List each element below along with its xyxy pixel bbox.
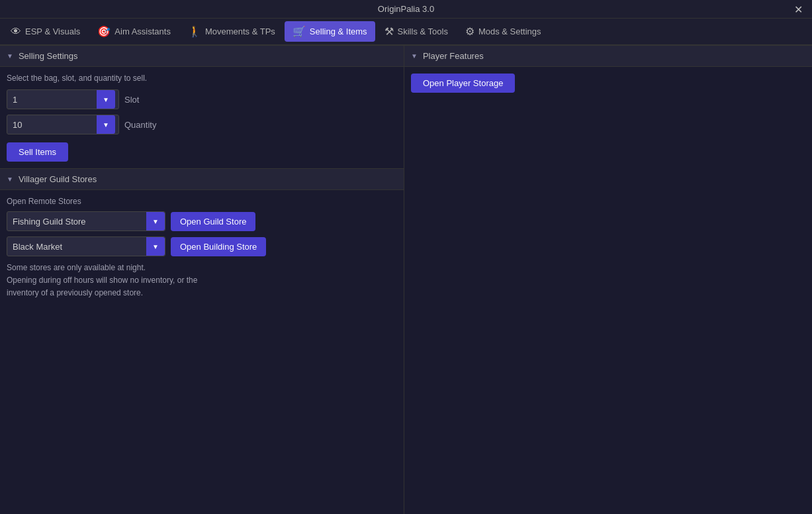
black-market-row: Black Market ▼ Open Building Store <box>7 236 397 256</box>
nav-movements-tps[interactable]: 🚶 Movements & TPs <box>180 21 283 42</box>
night-note-line1: Some stores are only available at night. <box>7 262 397 274</box>
open-building-store-button[interactable]: Open Building Store <box>171 237 266 256</box>
nav-esp-visuals[interactable]: 👁 ESP & Visuals <box>3 22 88 42</box>
movement-icon: 🚶 <box>188 25 201 38</box>
quantity-input-wrapper: ▼ <box>7 115 119 134</box>
open-player-storage-button[interactable]: Open Player Storage <box>411 74 515 93</box>
nav-aim-assistants[interactable]: 🎯 Aim Assistants <box>89 21 179 42</box>
nav-label-skills: Skills & Tools <box>398 26 448 36</box>
chevron-player-icon: ▼ <box>411 52 418 60</box>
sell-items-button[interactable]: Sell Items <box>7 142 68 162</box>
slot-row: ▼ Slot <box>7 89 397 109</box>
eye-icon: 👁 <box>11 26 21 38</box>
fishing-guild-name: Fishing Guild Store <box>7 214 146 229</box>
nav-label-movements: Movements & TPs <box>205 26 275 36</box>
villager-guild-label: Villager Guild Stores <box>19 174 97 184</box>
quantity-input[interactable] <box>7 117 97 132</box>
gear-icon: ⚙ <box>465 25 474 38</box>
left-panel: ▼ Selling Settings Select the bag, slot,… <box>0 45 404 514</box>
black-market-select: Black Market ▼ <box>7 236 165 256</box>
open-guild-store-button[interactable]: Open Guild Store <box>171 212 255 231</box>
night-note-line3: inventory of a previously opened store. <box>7 287 397 299</box>
selling-settings-header: ▼ Selling Settings <box>0 45 404 67</box>
black-market-dropdown[interactable]: ▼ <box>146 237 165 256</box>
fishing-guild-select: Fishing Guild Store ▼ <box>7 211 165 231</box>
aim-icon: 🎯 <box>97 25 111 38</box>
nav-bar: 👁 ESP & Visuals 🎯 Aim Assistants 🚶 Movem… <box>0 19 812 45</box>
slot-input-wrapper: ▼ <box>7 89 119 109</box>
cart-icon: 🛒 <box>293 25 306 38</box>
nav-skills-tools[interactable]: ⚒ Skills & Tools <box>377 21 456 42</box>
nav-label-aim: Aim Assistants <box>114 26 171 36</box>
villager-guild-header: ▼ Villager Guild Stores <box>0 168 404 190</box>
title-bar: OriginPalia 3.0 ✕ <box>0 0 812 19</box>
slot-input[interactable] <box>7 92 97 107</box>
select-hint: Select the bag, slot, and quantity to se… <box>7 74 397 83</box>
quantity-label: Quantity <box>124 120 156 130</box>
player-features-area: Open Player Storage <box>404 67 812 99</box>
nav-label-mods: Mods & Settings <box>478 26 541 36</box>
nav-mods-settings[interactable]: ⚙ Mods & Settings <box>457 21 549 42</box>
selling-settings-label: Selling Settings <box>19 51 78 61</box>
player-features-header: ▼ Player Features <box>404 45 812 67</box>
quantity-dropdown-arrow[interactable]: ▼ <box>97 115 115 134</box>
nav-label-selling: Selling & Items <box>310 26 367 36</box>
guild-area: Open Remote Stores Fishing Guild Store ▼… <box>0 190 404 307</box>
slot-label: Slot <box>124 95 139 105</box>
open-remote-label: Open Remote Stores <box>7 197 397 206</box>
fishing-guild-row: Fishing Guild Store ▼ Open Guild Store <box>7 211 397 231</box>
night-note-line2: Opening during off hours will show no in… <box>7 274 397 287</box>
main-content: ▼ Selling Settings Select the bag, slot,… <box>0 45 812 514</box>
nav-selling-items[interactable]: 🛒 Selling & Items <box>285 21 375 42</box>
close-button[interactable]: ✕ <box>790 1 807 17</box>
right-panel: ▼ Player Features Open Player Storage <box>404 45 812 514</box>
slot-dropdown-arrow[interactable]: ▼ <box>97 90 115 109</box>
quantity-row: ▼ Quantity <box>7 115 397 134</box>
app-title: OriginPalia 3.0 <box>378 4 434 14</box>
skills-icon: ⚒ <box>384 25 394 38</box>
black-market-name: Black Market <box>7 239 146 254</box>
selling-settings-area: Select the bag, slot, and quantity to se… <box>0 67 404 168</box>
nav-label-esp: ESP & Visuals <box>25 26 80 36</box>
chevron-selling-icon: ▼ <box>7 52 13 60</box>
player-features-label: Player Features <box>423 51 484 61</box>
night-note: Some stores are only available at night.… <box>7 262 397 300</box>
fishing-guild-dropdown[interactable]: ▼ <box>146 212 165 231</box>
chevron-guild-icon: ▼ <box>7 176 13 183</box>
